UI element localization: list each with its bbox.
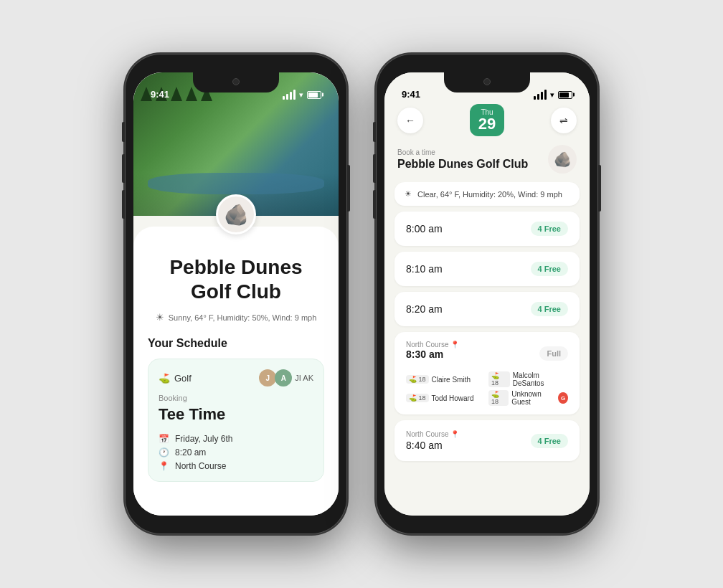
volume-down-button[interactable] [122, 190, 125, 219]
booking-title: Tee Time [159, 405, 313, 424]
booking-details: 📅 Friday, July 6th 🕐 8:20 am 📍 North Cou… [159, 434, 313, 471]
book-label: Book a time [397, 148, 528, 156]
volume-up-button[interactable] [122, 154, 125, 183]
back-button[interactable]: ← [397, 108, 423, 133]
calendar-icon: 📅 [159, 434, 169, 444]
north-slot-bottom[interactable]: North Course 📍 8:40 am 4 Free [394, 420, 580, 461]
handicap-malcolm: ⛳ 18 [488, 371, 510, 387]
hero-water [148, 173, 324, 194]
scene: 9:41 ▾ 🪨 [0, 0, 723, 588]
club-info-row: Book a time Pebble Dunes Golf Club 🪨 [397, 145, 577, 174]
free-badge-2: 4 Free [531, 262, 568, 276]
weather-card-2: ☀ Clear, 64° F, Humidity: 20%, Wind: 9 m… [394, 182, 580, 206]
player-malcolm: ⛳ 18 Malcolm DeSantos [488, 371, 568, 387]
schedule-label: Your Schedule [148, 337, 324, 350]
wifi-icon-2: ▾ [550, 90, 554, 100]
handicap-unknown: ⛳ 18 [488, 390, 509, 406]
tee-time-3: 8:20 am [406, 303, 443, 315]
phone-2: 9:41 ▾ [376, 54, 598, 534]
status-time-1: 9:41 [151, 89, 169, 100]
player-name-malcolm: Malcolm DeSantos [513, 371, 568, 387]
avatars-row: J A JI AK [259, 369, 313, 387]
wifi-icon-1: ▾ [299, 90, 303, 100]
status-time-2: 9:41 [402, 89, 420, 100]
card-type-label: Golf [174, 373, 192, 384]
filter-button[interactable]: ⇌ [551, 108, 577, 133]
weather-text-1: Sunny, 64° F, Humidity: 50%, Wind: 9 mph [169, 313, 317, 322]
player-unknown: ⛳ 18 Unknown Guest G [488, 390, 568, 406]
tee-slot-1[interactable]: 8:00 am 4 Free [394, 212, 580, 246]
filter-icon: ⇌ [559, 115, 568, 126]
tee-slot-2[interactable]: 8:10 am 4 Free [394, 252, 580, 286]
player-todd: ⛳ 18 Todd Howard [406, 390, 486, 406]
handicap-todd: ⛳ 18 [406, 394, 429, 402]
pin-icon: 📍 [159, 461, 169, 471]
avatar-section-1: 🪨 [216, 194, 256, 234]
notch-2 [444, 72, 530, 93]
back-arrow-icon: ← [405, 115, 415, 126]
course-label-bottom: North Course 📍 [406, 430, 459, 438]
silent-button-2[interactable] [373, 122, 376, 142]
player-claire: ⛳ 18 Claire Smith [406, 371, 486, 387]
club-name-1: Pebble Dunes Golf Club [148, 255, 324, 303]
sun-icon-2: ☀ [405, 189, 412, 199]
date-num: 29 [478, 116, 496, 132]
avatar-initials: JI AK [295, 374, 313, 382]
power-button-2[interactable] [598, 165, 601, 212]
tee-slot-3[interactable]: 8:20 am 4 Free [394, 292, 580, 326]
phone-1-screen: 9:41 ▾ 🪨 [133, 72, 339, 516]
course-label-full: North Course 📍 [406, 341, 459, 348]
power-button[interactable] [347, 165, 350, 212]
phone-1-body: Pebble Dunes Golf Club ☀ Sunny, 64° F, H… [133, 227, 339, 516]
club-logo-1: 🪨 [216, 194, 256, 234]
free-badge-1: 4 Free [531, 222, 568, 236]
avatar-ak: A [275, 369, 292, 387]
booking-scroll[interactable]: ☀ Clear, 64° F, Humidity: 20%, Wind: 9 m… [384, 182, 590, 516]
status-icons-1: ▾ [283, 90, 321, 100]
location-icon-bottom: 📍 [450, 430, 459, 438]
weather-row-1: ☀ Sunny, 64° F, Humidity: 50%, Wind: 9 m… [156, 312, 317, 323]
detail-time: 🕐 8:20 am [159, 447, 313, 457]
course-name-full: North Course [406, 341, 448, 348]
phone-2-screen: 9:41 ▾ [384, 72, 590, 516]
phone-1: 9:41 ▾ 🪨 [125, 54, 347, 534]
guest-badge: G [558, 392, 568, 404]
card-header: ⛳ Golf J A JI AK [159, 369, 313, 387]
battery-icon-1 [307, 91, 321, 99]
volume-up-button-2[interactable] [373, 154, 376, 183]
golf-icon: ⛳ [159, 373, 170, 384]
signal-bars-1 [283, 90, 296, 100]
detail-date-text: Friday, July 6th [175, 434, 232, 444]
detail-location-text: North Course [175, 461, 226, 471]
weather-text-2: Clear, 64° F, Humidity: 20%, Wind: 9 mph [417, 190, 562, 199]
player-name-claire: Claire Smith [432, 376, 471, 384]
location-icon-full: 📍 [450, 341, 459, 348]
full-slot[interactable]: North Course 📍 8:30 am Full ⛳ 18 Claire … [394, 332, 580, 414]
detail-location: 📍 North Course [159, 461, 313, 471]
detail-time-text: 8:20 am [175, 447, 206, 457]
camera-dot-2 [483, 78, 491, 85]
rocks-emoji-1: 🪨 [224, 203, 249, 227]
clock-icon: 🕐 [159, 447, 169, 457]
camera-dot [232, 78, 240, 85]
tee-time-2: 8:10 am [406, 263, 443, 275]
free-badge-840: 4 Free [531, 434, 568, 448]
header-row: ← Thu 29 ⇌ [397, 104, 577, 136]
volume-down-button-2[interactable] [373, 190, 376, 219]
detail-date: 📅 Friday, July 6th [159, 434, 313, 444]
full-slot-header: North Course 📍 8:30 am Full [406, 341, 568, 366]
full-slot-time: 8:30 am [406, 348, 459, 360]
battery-icon-2 [558, 91, 572, 99]
date-badge[interactable]: Thu 29 [470, 104, 504, 136]
sun-icon-1: ☀ [156, 312, 164, 323]
club-name-2: Pebble Dunes Golf Club [397, 158, 528, 171]
card-type: ⛳ Golf [159, 373, 192, 384]
silent-button[interactable] [122, 122, 125, 142]
schedule-card[interactable]: ⛳ Golf J A JI AK Booking Tee Time [148, 359, 324, 482]
free-badge-3: 4 Free [531, 302, 568, 316]
status-icons-2: ▾ [534, 90, 572, 100]
booking-label: Booking [159, 394, 313, 402]
phone-2-content: 9:41 ▾ [384, 72, 590, 516]
player-name-unknown: Unknown Guest [511, 390, 555, 406]
notch [193, 72, 279, 93]
